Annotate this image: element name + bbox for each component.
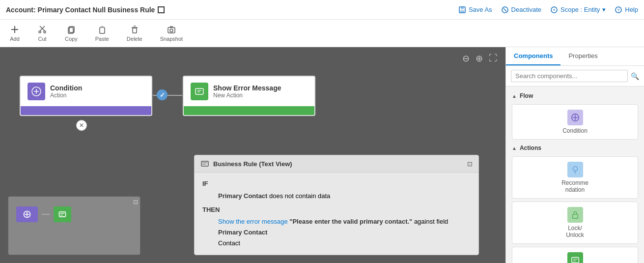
save-as-icon	[458, 6, 466, 14]
minimap-expand-button[interactable]: ⊡	[133, 199, 138, 205]
snapshot-button[interactable]: Snapshot	[156, 23, 187, 44]
recommendation-icon	[570, 165, 580, 175]
component-lock-icon	[567, 207, 583, 223]
svg-rect-27	[196, 88, 203, 94]
condition-node-icon	[28, 83, 45, 100]
deactivate-icon	[501, 6, 509, 14]
svg-rect-45	[571, 258, 579, 263]
save-as-button[interactable]: Save As	[458, 6, 492, 14]
components-list: ▲ Flow Condition ▲ Actions	[506, 87, 644, 263]
svg-point-14	[44, 31, 46, 33]
expand-icon[interactable]	[158, 6, 165, 13]
action-node[interactable]: Show Error Message New Action	[183, 76, 315, 116]
cut-icon	[37, 25, 47, 34]
svg-rect-19	[133, 28, 137, 33]
delete-label: Delete	[127, 36, 142, 42]
component-condition-icon	[567, 110, 583, 125]
svg-point-13	[39, 31, 41, 33]
condition-node-footer	[21, 106, 151, 115]
search-input[interactable]	[511, 70, 628, 82]
topbar: Account: Primary Contact Null Business R…	[0, 0, 644, 20]
delete-condition-button[interactable]: ✕	[76, 120, 87, 131]
page-title: Account: Primary Contact Null Business R…	[6, 6, 155, 14]
tab-components[interactable]: Components	[506, 47, 560, 65]
lock-icon	[570, 210, 580, 220]
scope-icon	[550, 6, 558, 14]
flow-section-header[interactable]: ▲ Flow	[506, 90, 644, 101]
tab-properties[interactable]: Properties	[560, 47, 605, 65]
text-view-condition-text: does not contain data	[267, 192, 330, 200]
delete-button[interactable]: Delete	[123, 23, 146, 44]
actions-section-header[interactable]: ▲ Actions	[506, 143, 644, 153]
svg-rect-44	[572, 214, 578, 218]
canvas-controls: ⊖ ⊕ ⛶	[462, 53, 498, 64]
snapshot-label: Snapshot	[160, 36, 183, 42]
cut-label: Cut	[38, 36, 46, 42]
condition-component-icon	[570, 113, 580, 122]
component-recommendation-icon	[567, 162, 583, 177]
svg-rect-18	[101, 26, 104, 28]
action-node-text: Show Error Message New Action	[213, 84, 281, 99]
zoom-in-button[interactable]: ⊕	[476, 53, 483, 64]
text-view-if-row: IF	[202, 178, 471, 189]
text-view-expand-button[interactable]: ⊡	[467, 160, 473, 168]
svg-point-23	[170, 29, 173, 32]
action-node-title: Show Error Message	[213, 84, 281, 92]
action-node-subtitle: New Action	[213, 92, 281, 99]
text-view-action-suffix: against field	[412, 218, 448, 225]
text-view-action-message: "Please enter the valid primary contact.…	[289, 218, 412, 225]
add-icon	[10, 25, 20, 34]
svg-text:?: ?	[617, 8, 620, 13]
add-button[interactable]: Add	[6, 23, 24, 44]
connector-check: ✓	[157, 89, 168, 100]
text-view-title: Business Rule (Text View)	[213, 160, 292, 168]
text-view-action-field: Primary Contact	[218, 229, 267, 236]
help-button[interactable]: ? Help	[615, 6, 638, 14]
component-condition[interactable]: Condition	[512, 104, 638, 140]
cut-button[interactable]: Cut	[33, 23, 51, 44]
topbar-actions: Save As Deactivate Scope : Entity ▾ ? He…	[458, 6, 638, 14]
deactivate-button[interactable]: Deactivate	[501, 6, 541, 14]
copy-button[interactable]: Copy	[61, 23, 82, 44]
minimap-connector	[42, 206, 50, 222]
scope-button[interactable]: Scope : Entity ▾	[550, 6, 606, 14]
scope-label: Scope : Entity	[560, 6, 600, 13]
minimap-line	[42, 214, 50, 215]
paste-button[interactable]: Paste	[91, 23, 113, 44]
toolbar: Add Cut Copy Paste Delete Snapshot	[0, 20, 644, 47]
component-show-error[interactable]: Show ErrorMessage	[512, 247, 638, 263]
connector: ✓	[153, 95, 182, 96]
fit-screen-button[interactable]: ⛶	[489, 53, 498, 64]
canvas[interactable]: ⊖ ⊕ ⛶ Condition Action	[0, 47, 505, 263]
show-error-component-icon	[570, 255, 580, 263]
chevron-down-icon: ▾	[602, 6, 606, 13]
connector-line: ✓	[153, 95, 182, 96]
paste-label: Paste	[95, 36, 109, 42]
add-label: Add	[10, 36, 20, 42]
copy-icon	[66, 25, 76, 34]
search-bar: 🔍	[506, 66, 644, 87]
component-lock-unlock[interactable]: Lock/Unlock	[512, 202, 638, 244]
zoom-out-button[interactable]: ⊖	[462, 53, 470, 64]
search-icon: 🔍	[631, 72, 639, 80]
condition-node[interactable]: Condition Action	[20, 76, 152, 116]
paste-icon	[97, 25, 107, 34]
deactivate-label: Deactivate	[511, 6, 541, 13]
text-view-condition-field: Primary Contact	[218, 192, 267, 200]
action-node-icon	[191, 83, 208, 100]
text-view-then-row: THEN	[202, 205, 471, 215]
component-recommendation[interactable]: Recommendation	[512, 156, 638, 199]
right-panel-tabs: Components Properties	[506, 47, 644, 66]
svg-rect-1	[461, 7, 464, 9]
svg-line-4	[504, 8, 506, 11]
text-view-then: THEN	[202, 206, 220, 213]
minimap: ⊡	[8, 196, 140, 255]
condition-node-header: Condition Action	[21, 77, 151, 106]
flow-section-label: Flow	[520, 92, 533, 99]
svg-rect-36	[201, 161, 208, 166]
svg-rect-2	[460, 10, 464, 12]
minimap-condition	[16, 206, 38, 222]
minimap-condition-icon	[23, 210, 31, 219]
topbar-title: Account: Primary Contact Null Business R…	[6, 6, 165, 14]
component-condition-label: Condition	[562, 127, 588, 134]
